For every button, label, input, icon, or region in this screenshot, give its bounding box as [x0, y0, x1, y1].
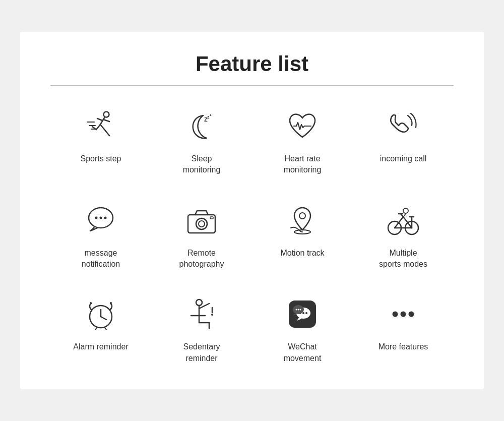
feature-label-sleep-monitoring: Sleepmonitoring — [183, 153, 221, 176]
feature-motion-track: Motion track — [252, 200, 353, 270]
svg-point-17 — [104, 216, 107, 219]
feature-label-incoming-call: incoming call — [380, 153, 426, 164]
feature-label-multiple-sports: Multiplesports modes — [379, 248, 427, 270]
bicycle-icon — [383, 200, 423, 240]
sitting-person-icon — [181, 294, 222, 334]
svg-line-37 — [101, 317, 106, 320]
alarm-clock-icon — [81, 294, 121, 334]
feature-message-notification: messagenotification — [50, 200, 151, 270]
svg-line-5 — [105, 131, 109, 136]
svg-point-59 — [393, 312, 398, 317]
feature-sleep-monitoring: Z z z Sleepmonitoring — [151, 106, 252, 176]
title-divider — [50, 85, 454, 86]
running-figure-icon — [81, 106, 121, 146]
svg-point-60 — [401, 312, 406, 317]
svg-rect-21 — [210, 217, 213, 219]
moon-zzz-icon: Z z z — [181, 106, 222, 146]
wechat-icon — [282, 294, 323, 334]
feature-remote-photography: Remotephotography — [151, 200, 252, 270]
svg-line-6 — [96, 125, 100, 130]
phone-icon — [383, 106, 423, 146]
svg-line-41 — [105, 328, 106, 330]
svg-point-19 — [196, 218, 207, 229]
svg-line-3 — [97, 118, 102, 121]
feature-label-more-features: More features — [379, 341, 428, 352]
three-dots-icon — [383, 294, 423, 334]
feature-label-wechat-movement: WeChatmovement — [284, 341, 322, 364]
svg-point-54 — [305, 312, 307, 314]
svg-point-42 — [196, 299, 202, 306]
svg-text:z: z — [210, 113, 212, 116]
svg-point-16 — [100, 216, 102, 219]
feature-more-features: More features — [353, 294, 454, 364]
svg-point-20 — [199, 221, 205, 227]
feature-alarm-reminder: Alarm reminder — [50, 294, 151, 364]
svg-point-39 — [110, 302, 112, 304]
svg-point-22 — [299, 213, 305, 219]
svg-point-57 — [298, 309, 299, 311]
svg-line-26 — [395, 217, 403, 228]
svg-point-38 — [90, 302, 92, 304]
feature-heart-rate: Heart ratemonitoring — [252, 106, 353, 176]
feature-label-motion-track: Motion track — [280, 248, 324, 259]
feature-wechat-movement: WeChatmovement — [252, 294, 353, 364]
svg-line-2 — [103, 119, 109, 122]
svg-point-34 — [403, 208, 408, 213]
svg-rect-18 — [188, 215, 215, 233]
svg-line-27 — [403, 217, 412, 228]
features-grid: Sports step Z z z Sleepmonitoring — [50, 106, 454, 364]
feature-label-message-notification: messagenotification — [82, 248, 120, 270]
svg-line-4 — [100, 125, 105, 131]
feature-incoming-call: incoming call — [353, 106, 454, 176]
svg-point-58 — [300, 309, 301, 311]
feature-label-sedentary-reminder: Sedentaryreminder — [183, 341, 220, 364]
heart-pulse-icon — [282, 106, 323, 146]
feature-sports-step: Sports step — [50, 106, 151, 176]
svg-point-0 — [104, 111, 109, 117]
page-title: Feature list — [50, 52, 454, 76]
chat-bubble-icon — [81, 200, 121, 240]
feature-label-remote-photography: Remotephotography — [179, 248, 224, 270]
feature-multiple-sports-modes: Multiplesports modes — [353, 200, 454, 270]
svg-point-61 — [409, 312, 414, 317]
camera-icon — [181, 200, 222, 240]
feature-label-alarm-reminder: Alarm reminder — [73, 341, 128, 352]
svg-point-49 — [211, 314, 213, 316]
feature-list-card: Feature list — [20, 32, 484, 389]
location-pin-icon — [282, 200, 323, 240]
svg-line-40 — [95, 328, 97, 330]
svg-point-15 — [95, 216, 98, 219]
feature-label-heart-rate: Heart ratemonitoring — [284, 153, 322, 176]
feature-label-sports-step: Sports step — [81, 153, 121, 164]
svg-point-56 — [296, 309, 297, 311]
feature-sedentary-reminder: Sedentaryreminder — [151, 294, 252, 364]
